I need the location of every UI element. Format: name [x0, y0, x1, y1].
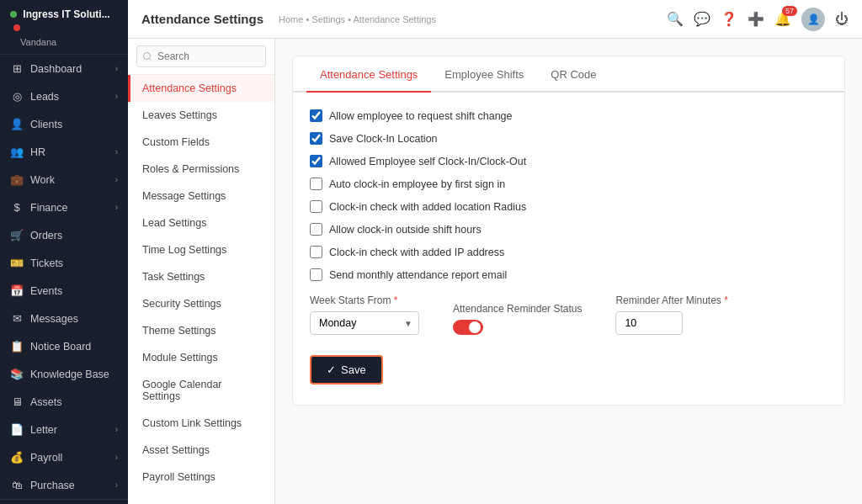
- reminder-minutes-input[interactable]: [615, 311, 683, 335]
- sub-nav-task-settings[interactable]: Task Settings: [128, 263, 274, 290]
- sub-nav-time-log-settings[interactable]: Time Log Settings: [128, 236, 274, 263]
- chevron-icon: ›: [115, 147, 118, 157]
- sub-nav-message-settings[interactable]: Message Settings: [128, 183, 274, 210]
- sidebar-label-assets: Assets: [30, 396, 62, 408]
- topbar: Attendance Settings Home • Settings • At…: [128, 0, 862, 39]
- clients-icon: 👤: [10, 118, 24, 130]
- checkbox-location-radius[interactable]: [310, 200, 322, 213]
- tab-attendance-settings[interactable]: Attendance Settings: [306, 56, 431, 93]
- topbar-icons: 🔍 💬 ❓ ➕ 🔔 57 👤 ⏻: [667, 8, 849, 31]
- checkbox-save-clock-in[interactable]: [310, 132, 322, 145]
- search-icon[interactable]: 🔍: [667, 11, 684, 27]
- chevron-icon: ›: [115, 425, 118, 434]
- sidebar: Ingress IT Soluti... Vandana ⊞ Dashboard…: [0, 0, 128, 504]
- save-button[interactable]: ✓ Save: [310, 355, 383, 385]
- week-starts-select[interactable]: MondaySundaySaturday: [310, 311, 419, 335]
- checkbox-row-location-radius: Clock-in check with added location Radiu…: [310, 200, 827, 213]
- letter-icon: 📄: [10, 423, 24, 436]
- sidebar-item-hr[interactable]: 👥 HR ›: [0, 138, 128, 166]
- settings-card: Attendance SettingsEmployee ShiftsQR Cod…: [292, 56, 845, 406]
- chevron-icon: ›: [115, 175, 118, 184]
- reminder-minutes-group: Reminder After Minutes *: [615, 294, 727, 335]
- page-title: Attendance Settings: [141, 12, 263, 26]
- checkbox-self-clock[interactable]: [310, 155, 322, 167]
- notification-badge: 57: [782, 6, 797, 16]
- sidebar-item-finance[interactable]: $ Finance ›: [0, 194, 128, 221]
- form-section: Week Starts From * MondaySundaySaturday …: [310, 294, 827, 335]
- sidebar-item-tickets[interactable]: 🎫 Tickets: [0, 249, 128, 277]
- chat-icon[interactable]: 💬: [694, 11, 710, 27]
- sub-nav-payroll-settings[interactable]: Payroll Settings: [128, 464, 274, 491]
- checkbox-label-self-clock: Allowed Employee self Clock-In/Clock-Out: [329, 156, 526, 167]
- chevron-icon: ›: [115, 480, 118, 490]
- sidebar-item-work[interactable]: 💼 Work ›: [0, 166, 128, 194]
- sub-nav-attendance-settings[interactable]: Attendance Settings: [128, 75, 274, 102]
- sub-nav-leaves-settings[interactable]: Leaves Settings: [128, 102, 274, 129]
- app-logo: Ingress IT Soluti...: [10, 8, 118, 34]
- work-icon: 💼: [10, 173, 24, 186]
- power-icon[interactable]: ⏻: [835, 12, 849, 27]
- sidebar-item-clients[interactable]: 👤 Clients: [0, 110, 128, 138]
- checkbox-row-self-clock: Allowed Employee self Clock-In/Clock-Out: [310, 155, 827, 167]
- finance-icon: $: [10, 201, 24, 214]
- sub-nav-roles-permissions[interactable]: Roles & Permissions: [128, 156, 274, 183]
- checkbox-row-shift-change: Allow employee to request shift change: [310, 109, 827, 122]
- checkbox-label-outside-shift: Allow clock-in outside shift hours: [329, 224, 482, 236]
- reminder-minutes-label: Reminder After Minutes *: [615, 294, 727, 306]
- week-starts-select-wrap: MondaySundaySaturday ▼: [310, 311, 419, 335]
- sub-nav-custom-link[interactable]: Custom Link Settings: [128, 410, 274, 437]
- sidebar-item-payroll[interactable]: 💰 Payroll ›: [0, 443, 128, 471]
- sub-nav-lead-settings[interactable]: Lead Settings: [128, 210, 274, 236]
- sub-sidebar: Attendance SettingsLeaves SettingsCustom…: [128, 39, 275, 504]
- sub-nav-security-settings[interactable]: Security Settings: [128, 290, 274, 317]
- orders-icon: 🛒: [10, 229, 24, 241]
- sub-nav-custom-fields[interactable]: Custom Fields: [128, 129, 274, 156]
- plus-icon[interactable]: ➕: [748, 11, 764, 27]
- sidebar-label-finance: Finance: [30, 202, 67, 214]
- settings-body: Allow employee to request shift change S…: [293, 93, 844, 405]
- sidebar-label-messages: Messages: [30, 313, 78, 325]
- checkbox-auto-clock[interactable]: [310, 178, 322, 190]
- sidebar-label-payroll: Payroll: [30, 452, 62, 464]
- purchase-icon: 🛍: [10, 479, 24, 491]
- sub-nav-module-settings[interactable]: Module Settings: [128, 344, 274, 371]
- sub-nav-asset-settings[interactable]: Asset Settings: [128, 437, 274, 464]
- search-input[interactable]: [136, 45, 266, 67]
- checkbox-shift-change[interactable]: [310, 109, 322, 122]
- checkbox-row-save-clock-in: Save Clock-In Location: [310, 132, 827, 145]
- sub-nav-google-calendar[interactable]: Google Calendar Settings: [128, 371, 274, 410]
- sidebar-item-assets[interactable]: 🖥 Assets: [0, 388, 128, 416]
- week-starts-label: Week Starts From *: [310, 294, 419, 306]
- notification-icon[interactable]: 🔔 57: [774, 11, 791, 27]
- sidebar-item-knowledge-base[interactable]: 📚 Knowledge Base: [0, 360, 128, 388]
- checkbox-outside-shift[interactable]: [310, 223, 322, 236]
- sidebar-item-purchase[interactable]: 🛍 Purchase ›: [0, 471, 128, 499]
- sidebar-label-tickets: Tickets: [30, 257, 63, 269]
- checkbox-monthly-report[interactable]: [310, 268, 322, 281]
- checkbox-row-ip-address: Clock-in check with added IP address: [310, 246, 827, 258]
- tab-employee-shifts[interactable]: Employee Shifts: [431, 56, 537, 93]
- sidebar-item-leads[interactable]: ◎ Leads ›: [0, 82, 128, 110]
- tickets-icon: 🎫: [10, 257, 24, 269]
- tab-qr-code[interactable]: QR Code: [537, 56, 609, 93]
- sidebar-item-messages[interactable]: ✉ Messages: [0, 305, 128, 332]
- checkbox-label-ip-address: Clock-in check with added IP address: [329, 247, 504, 258]
- messages-icon: ✉: [10, 312, 24, 325]
- sidebar-item-notice-board[interactable]: 📋 Notice Board: [0, 332, 128, 360]
- sidebar-item-events[interactable]: 📅 Events: [0, 277, 128, 305]
- help-icon[interactable]: ❓: [721, 11, 737, 27]
- checkbox-row-outside-shift: Allow clock-in outside shift hours: [310, 223, 827, 236]
- week-starts-group: Week Starts From * MondaySundaySaturday …: [310, 294, 419, 335]
- sidebar-item-dashboard[interactable]: ⊞ Dashboard ›: [0, 55, 128, 82]
- sidebar-item-orders[interactable]: 🛒 Orders: [0, 221, 128, 249]
- checkbox-label-monthly-report: Send monthly attendance report email: [329, 269, 507, 281]
- hr-icon: 👥: [10, 146, 24, 158]
- reminder-toggle[interactable]: [453, 320, 483, 335]
- checkbox-ip-address[interactable]: [310, 246, 322, 258]
- sidebar-label-letter: Letter: [30, 424, 57, 436]
- sidebar-label-hr: HR: [30, 146, 45, 158]
- sidebar-item-letter[interactable]: 📄 Letter ›: [0, 416, 128, 443]
- sub-nav-theme-settings[interactable]: Theme Settings: [128, 317, 274, 344]
- avatar[interactable]: 👤: [801, 8, 825, 31]
- chevron-icon: ›: [115, 64, 118, 73]
